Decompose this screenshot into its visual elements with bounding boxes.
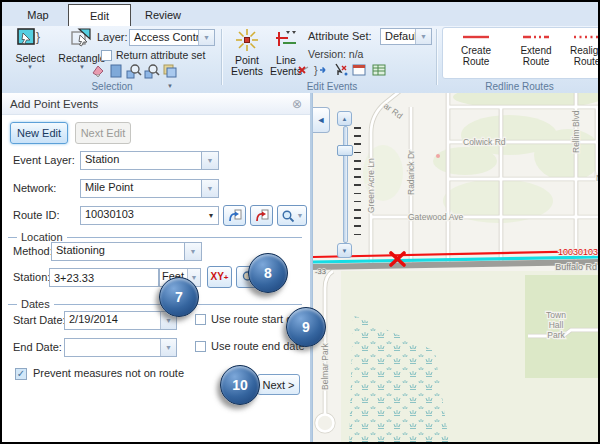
select-route-blue-icon	[227, 208, 242, 223]
realign-route-icon	[572, 32, 600, 44]
layer-combobox[interactable]: Access Control ▼	[129, 29, 215, 46]
end-date-picker[interactable]: ▼	[64, 338, 177, 357]
road-label: N	[596, 173, 599, 183]
park-area	[534, 129, 599, 181]
road-label: Green Acre Ln	[366, 158, 376, 213]
merge-events-icon[interactable]: }	[313, 62, 329, 78]
callout-7: 7	[159, 277, 199, 317]
version-label: Version: n/a	[308, 48, 363, 60]
road-label: Radarick Dr	[406, 150, 416, 195]
redline-routes-group-label: Redline Routes	[452, 81, 587, 92]
next-button[interactable]: Next >	[257, 374, 300, 395]
station-input[interactable]: 3+23.33	[49, 268, 159, 287]
create-route-button[interactable]: Create Route	[447, 32, 505, 67]
delete-event-icon[interactable]	[295, 62, 311, 78]
end-date-label: End Date:	[13, 341, 62, 353]
move-event-icon[interactable]	[333, 62, 349, 78]
tab-edit[interactable]: Edit	[68, 4, 131, 27]
station-tick-label: -33	[315, 267, 326, 276]
method-arrow-button[interactable]: ▼	[185, 242, 202, 261]
prevent-measures-label: Prevent measures not on route	[33, 367, 184, 379]
close-icon[interactable]: ⊗	[292, 97, 302, 111]
zoom-slider-thumb[interactable]	[337, 145, 353, 156]
point-events-button[interactable]: Point Events	[228, 28, 266, 77]
route-id-arrow-icon[interactable]: ▾	[204, 207, 218, 224]
next-edit-button[interactable]: Next Edit	[75, 122, 131, 144]
extend-route-icon	[521, 32, 551, 44]
return-attribute-set-checkbox[interactable]: ✓	[101, 50, 112, 61]
zoom-out-button[interactable]: ▼	[337, 243, 352, 258]
station-label: Station:	[13, 271, 50, 283]
use-route-start-date-checkbox[interactable]: ✓	[195, 314, 206, 325]
method-label: Method:	[13, 245, 53, 257]
road-label: Belmar Park	[320, 342, 330, 390]
callout-8: 8	[248, 253, 288, 293]
event-table-icon[interactable]	[371, 62, 387, 78]
use-route-end-date-checkbox[interactable]: ✓	[195, 341, 206, 352]
pan-to-selection-icon[interactable]	[144, 63, 160, 79]
collapse-left-icon: ◄	[317, 115, 326, 125]
group-divider	[221, 29, 222, 85]
realign-route-button[interactable]: Realign Route	[566, 32, 600, 67]
ribbon-tab-strip: Map Edit Review	[2, 2, 598, 27]
select-all-icon[interactable]	[108, 63, 124, 79]
tab-review[interactable]: Review	[134, 5, 192, 25]
xy-locate-button[interactable]: XY+	[207, 266, 232, 288]
prevent-measures-checkbox[interactable]: ✓	[15, 368, 27, 380]
map-viewport[interactable]: ar Rd Colwick Rd Rellim Blvd Green Acre …	[312, 93, 599, 442]
event-layer-arrow-icon: ▼	[202, 152, 218, 169]
select-route-on-map-button[interactable]	[223, 205, 246, 226]
ribbon: } Select ▼ Rectangle ▼ Layer: Access Con…	[2, 26, 598, 94]
attribute-set-combobox[interactable]: Default ▼	[380, 28, 432, 45]
collapse-panel-button[interactable]: ◄	[313, 107, 330, 133]
town-hall-park-label: Park	[547, 330, 565, 340]
layer-dropdown-arrow-icon[interactable]: ▼	[198, 30, 214, 45]
zoom-in-button[interactable]: ▲	[337, 111, 352, 126]
clear-route-selection-button[interactable]	[250, 205, 273, 226]
callout-9: 9	[286, 307, 326, 347]
event-layer-combobox[interactable]: Station	[80, 151, 202, 170]
zoom-slider-ticks	[354, 127, 361, 241]
event-attributes-window-icon[interactable]	[351, 62, 367, 78]
end-date-arrow-icon[interactable]: ▼	[160, 339, 176, 356]
attribute-set-arrow-icon[interactable]: ▼	[415, 29, 431, 44]
rectangle-dropdown-arrow-icon[interactable]: ▼	[79, 64, 85, 70]
line-events-icon	[274, 28, 298, 54]
route-number-label: 10030103	[558, 247, 598, 257]
town-hall-park-label: Town	[546, 310, 566, 320]
selectable-layers-icon[interactable]: ▼	[162, 63, 178, 79]
road-label-buffalo: Buffalo Rd	[555, 262, 597, 272]
use-route-end-date-label: Use route end date	[211, 340, 305, 352]
magnifier-icon	[281, 209, 295, 223]
route-search-button[interactable]: ▼	[277, 205, 307, 226]
create-route-icon	[461, 32, 491, 44]
event-layer-arrow-button[interactable]: ▼	[202, 151, 219, 170]
route-search-arrow-icon: ▼	[297, 212, 304, 219]
tab-map[interactable]: Map	[10, 5, 66, 25]
zoom-slider-track[interactable]	[343, 126, 348, 243]
start-date-picker[interactable]: 2/19/2014 ▼	[64, 311, 177, 330]
dates-section-legend: Dates	[8, 298, 302, 310]
zoom-to-selection-icon[interactable]	[126, 63, 142, 79]
select-button[interactable]: } Select ▼	[8, 28, 52, 70]
road-label: Colwick Rd	[463, 137, 506, 147]
clear-selection-icon[interactable]	[90, 63, 106, 79]
new-edit-button[interactable]: New Edit	[10, 122, 68, 144]
route-id-combobox[interactable]: 10030103 ▾	[80, 206, 219, 225]
select-dropdown-arrow-icon[interactable]: ▼	[27, 64, 33, 70]
park-area	[433, 147, 497, 175]
road-label: Rellim Blvd	[571, 110, 581, 153]
method-combobox[interactable]: Stationing	[51, 242, 185, 261]
selection-group-label: Selection	[42, 81, 182, 92]
panel-header: Add Point Events ⊗	[2, 93, 310, 115]
select-tool-icon: }	[17, 28, 43, 52]
network-label: Network:	[13, 182, 56, 194]
attribute-set-label: Attribute Set:	[308, 30, 372, 42]
network-arrow-button[interactable]: ▼	[202, 179, 219, 198]
slider-up-icon: ▲	[342, 116, 348, 122]
group-divider	[436, 29, 437, 85]
select-route-red-icon	[254, 208, 269, 223]
network-combobox[interactable]: Mile Point	[80, 179, 202, 198]
rectangle-select-icon	[70, 28, 94, 52]
extend-route-button[interactable]: Extend Route	[508, 32, 564, 67]
